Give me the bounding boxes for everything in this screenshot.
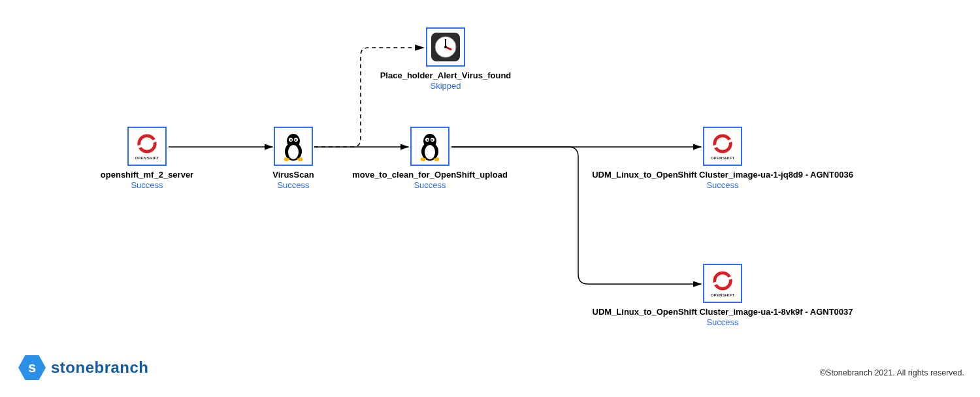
node-status: Skipped <box>431 81 461 91</box>
node-status: Success <box>277 180 309 190</box>
svg-point-21 <box>431 139 433 141</box>
svg-point-14 <box>295 139 297 141</box>
copyright-text: ©Stonebranch 2021. All rights reserved. <box>820 368 964 377</box>
linux-icon <box>277 130 310 163</box>
node-box <box>410 127 449 166</box>
svg-point-10 <box>288 145 299 159</box>
openshift-word: OPENSHIFT <box>135 156 159 160</box>
node-status: Success <box>706 180 738 190</box>
openshift-icon <box>136 133 158 155</box>
node-status: Success <box>706 317 738 327</box>
brand-logo: s stonebranch <box>18 354 149 381</box>
workflow-canvas: Place_holder_Alert_Virus_found Skipped O… <box>0 0 980 397</box>
connectors-layer <box>0 0 980 397</box>
node-label: move_to_clean_for_OpenShift_upload <box>352 170 508 180</box>
clock-icon <box>429 31 462 63</box>
svg-point-17 <box>425 145 435 159</box>
node-udm-linux-openshift-2[interactable]: OPENSHIFT UDM_Linux_to_OpenShift Cluster… <box>683 264 762 327</box>
node-box: OPENSHIFT <box>127 127 167 166</box>
node-label: VirusScan <box>272 170 314 180</box>
svg-point-5 <box>444 46 447 48</box>
node-status: Success <box>414 180 446 190</box>
node-openshift-mf2-server[interactable]: OPENSHIFT openshift_mf_2_server Success <box>108 127 186 190</box>
node-box <box>274 127 313 166</box>
svg-point-13 <box>290 139 292 141</box>
node-label: Place_holder_Alert_Virus_found <box>380 71 512 80</box>
logo-letter: s <box>28 359 36 376</box>
logo-text: stonebranch <box>51 358 149 377</box>
node-box: OPENSHIFT <box>703 264 742 303</box>
openshift-word: OPENSHIFT <box>710 156 734 160</box>
linux-icon <box>414 130 446 163</box>
node-box: OPENSHIFT <box>703 127 742 166</box>
node-status: Success <box>131 180 163 190</box>
node-move-to-clean[interactable]: move_to_clean_for_OpenShift_upload Succe… <box>391 127 469 190</box>
svg-point-20 <box>427 139 429 141</box>
node-alert-virus-found[interactable]: Place_holder_Alert_Virus_found Skipped <box>406 27 485 91</box>
logo-hex-icon: s <box>18 354 46 381</box>
node-udm-linux-openshift-1[interactable]: OPENSHIFT UDM_Linux_to_OpenShift Cluster… <box>683 127 762 190</box>
openshift-icon <box>711 270 734 292</box>
openshift-icon <box>711 133 734 155</box>
node-label: UDM_Linux_to_OpenShift Cluster_image-ua-… <box>592 170 853 180</box>
node-label: openshift_mf_2_server <box>101 170 193 180</box>
node-virusscan[interactable]: VirusScan Success <box>254 127 333 190</box>
node-label: UDM_Linux_to_OpenShift Cluster_image-ua-… <box>593 307 853 317</box>
openshift-word: OPENSHIFT <box>710 293 734 297</box>
node-box <box>426 27 465 67</box>
